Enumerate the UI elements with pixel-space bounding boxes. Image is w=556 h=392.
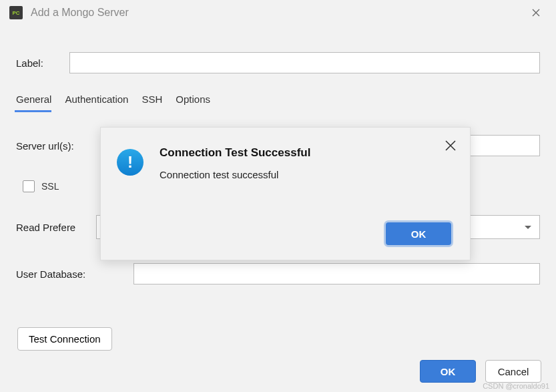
- test-connection-button[interactable]: Test Connection: [17, 327, 112, 351]
- user-database-row: User Database:: [16, 263, 540, 284]
- alert-close-button[interactable]: [445, 140, 457, 154]
- tab-ssh[interactable]: SSH: [142, 89, 166, 112]
- dialog-title: Add a Mongo Server: [31, 7, 129, 19]
- alert-message: Connection test successful: [160, 169, 310, 180]
- alert-body: ! Connection Test Successful Connection …: [117, 146, 454, 180]
- tab-options[interactable]: Options: [176, 89, 214, 112]
- alert-ok-button[interactable]: OK: [386, 222, 451, 245]
- titlebar: PC Add a Mongo Server: [0, 0, 556, 25]
- close-icon: [532, 9, 540, 17]
- label-row: Label:: [16, 52, 540, 73]
- dialog-button-bar: OK Cancel: [420, 360, 541, 383]
- label-input[interactable]: [69, 52, 540, 73]
- info-icon: !: [117, 149, 144, 176]
- ssl-checkbox[interactable]: [23, 180, 35, 192]
- read-preference-label: Read Prefere: [16, 222, 96, 233]
- tab-general[interactable]: General: [16, 89, 55, 112]
- alert-title: Connection Test Successful: [160, 146, 310, 160]
- add-mongo-server-dialog: PC Add a Mongo Server Label: General Aut…: [0, 0, 556, 392]
- connection-test-alert: ! Connection Test Successful Connection …: [100, 127, 471, 260]
- close-icon: [445, 140, 457, 152]
- user-database-label: User Database:: [16, 268, 133, 280]
- user-database-input[interactable]: [133, 263, 540, 284]
- ssl-label: SSL: [41, 181, 59, 192]
- tab-authentication[interactable]: Authentication: [65, 89, 132, 112]
- alert-text: Connection Test Successful Connection te…: [160, 146, 310, 180]
- ok-button[interactable]: OK: [420, 360, 476, 383]
- cancel-button[interactable]: Cancel: [485, 360, 541, 383]
- label-field-label: Label:: [16, 57, 69, 69]
- pycharm-app-icon: PC: [9, 6, 23, 19]
- chevron-down-icon: [525, 226, 531, 229]
- tabs: General Authentication SSH Options: [16, 89, 540, 112]
- watermark: CSDN @cronaldo91: [483, 382, 549, 390]
- close-button[interactable]: [525, 3, 547, 22]
